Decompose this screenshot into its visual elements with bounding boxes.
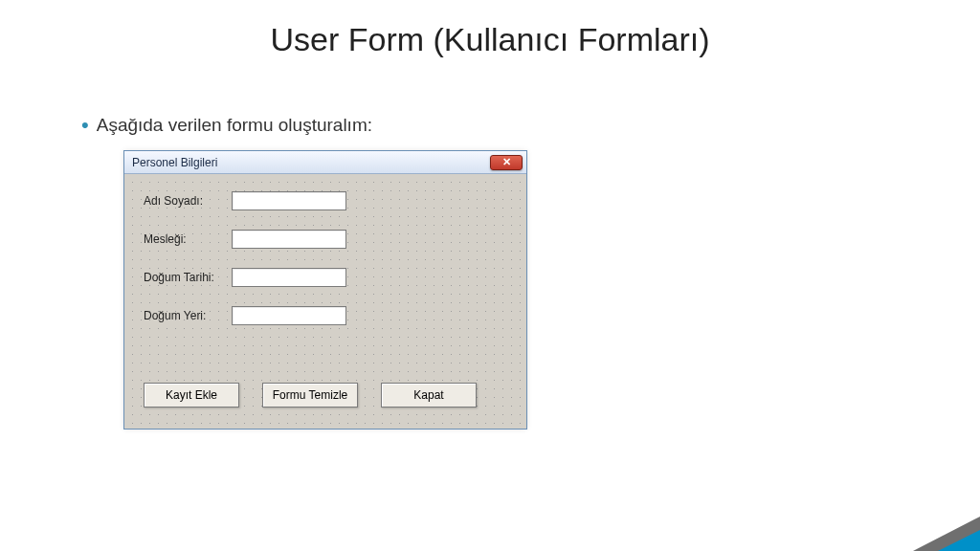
theme-corner-blue <box>938 530 980 551</box>
theme-stripe-light <box>0 0 50 551</box>
theme-stripe-blue <box>0 0 16 551</box>
button-bar: Kayıt Ekle Formu Temizle Kapat <box>144 383 477 408</box>
label-pob: Doğum Yeri: <box>144 309 232 322</box>
label-job: Mesleği: <box>144 232 232 246</box>
theme-stripe-grey <box>0 0 11 551</box>
close-icon[interactable]: ✕ <box>490 155 523 170</box>
slide-title: User Form (Kullanıcı Formları) <box>0 21 980 58</box>
input-name[interactable] <box>232 191 346 210</box>
input-job[interactable] <box>232 230 346 249</box>
bullet-icon: • <box>81 115 89 136</box>
slide-bullet: • Aşağıda verilen formu oluşturalım: <box>81 115 372 136</box>
bullet-text: Aşağıda verilen formu oluşturalım: <box>97 115 372 136</box>
userform-body: Adı Soyadı: Mesleği: Doğum Tarihi: Doğum… <box>124 174 526 429</box>
close-form-button[interactable]: Kapat <box>381 383 477 408</box>
field-job: Mesleği: <box>144 230 346 249</box>
label-name: Adı Soyadı: <box>144 194 232 208</box>
input-dob[interactable] <box>232 268 346 287</box>
userform-window: Personel Bilgileri ✕ Adı Soyadı: Mesleği… <box>124 151 526 429</box>
add-record-button[interactable]: Kayıt Ekle <box>144 383 239 408</box>
field-name: Adı Soyadı: <box>144 191 346 210</box>
input-pob[interactable] <box>232 306 346 325</box>
label-dob: Doğum Tarihi: <box>144 271 232 284</box>
clear-form-button[interactable]: Formu Temizle <box>262 383 358 408</box>
userform-title: Personel Bilgileri <box>132 156 217 169</box>
userform-titlebar[interactable]: Personel Bilgileri ✕ <box>124 151 526 174</box>
field-pob: Doğum Yeri: <box>144 306 346 325</box>
field-dob: Doğum Tarihi: <box>144 268 346 287</box>
